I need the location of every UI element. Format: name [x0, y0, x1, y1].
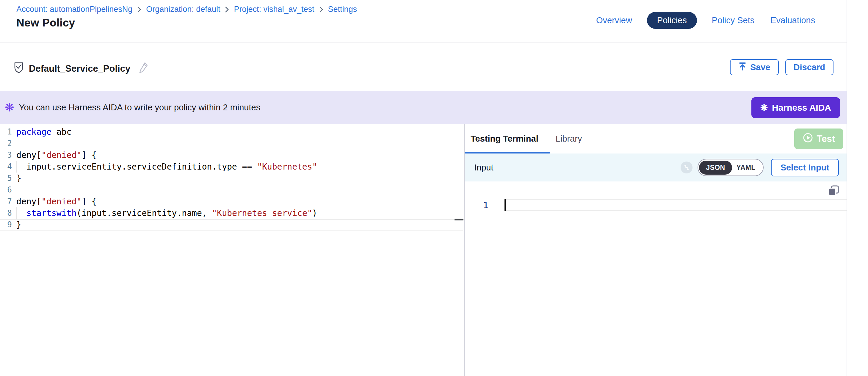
- chevron-right-icon: [319, 6, 323, 13]
- line-number: 9: [0, 220, 12, 230]
- code-line-5[interactable]: 5 }: [0, 173, 464, 184]
- chevron-right-icon: [225, 6, 229, 13]
- line-number: 4: [0, 161, 12, 173]
- policy-shield-icon: [14, 62, 24, 75]
- tab-policy-sets[interactable]: Policy Sets: [711, 12, 755, 28]
- discard-button-label: Discard: [794, 62, 825, 72]
- line-number: 3: [0, 149, 12, 161]
- select-input-button[interactable]: Select Input: [771, 159, 839, 177]
- input-label: Input: [474, 163, 494, 173]
- discard-button[interactable]: Discard: [785, 59, 834, 75]
- page-right-gutter: [846, 0, 868, 376]
- code-text: }: [12, 220, 22, 230]
- active-line-number: 1: [481, 199, 490, 211]
- harness-aida-button[interactable]: ❋ Harness AIDA: [751, 97, 840, 118]
- line-number: 5: [0, 173, 12, 184]
- edit-pencil-icon[interactable]: [138, 61, 149, 75]
- code-line-7[interactable]: 7 deny["denied"] {: [0, 196, 464, 207]
- code-text: deny["denied"] {: [12, 196, 97, 207]
- code-text: [12, 184, 17, 196]
- policy-name: Default_Service_Policy: [29, 63, 130, 74]
- code-line-4[interactable]: 4 input.serviceEntity.serviceDefinition.…: [0, 161, 464, 173]
- code-text: input.serviceEntity.serviceDefinition.ty…: [12, 161, 317, 173]
- input-source-icon: [681, 161, 692, 174]
- line-number: 7: [0, 196, 12, 207]
- play-circle-icon: [803, 132, 813, 146]
- chevron-right-icon: [137, 6, 141, 13]
- upload-icon: [738, 62, 747, 73]
- save-button[interactable]: Save: [730, 59, 779, 75]
- test-button-label: Test: [817, 133, 835, 144]
- testing-panel: Testing Terminal Library Test Input JSON…: [465, 124, 846, 376]
- aida-flower-icon: ❋: [760, 103, 768, 112]
- breadcrumb-settings[interactable]: Settings: [328, 5, 357, 14]
- breadcrumb: Account: automationPipelinesNg Organizat…: [17, 5, 357, 14]
- aida-banner-message: You can use Harness AIDA to write your p…: [19, 103, 260, 113]
- page-header: Account: automationPipelinesNg Organizat…: [0, 0, 846, 43]
- code-text: startswith(input.serviceEntity.name, "Ku…: [12, 207, 317, 219]
- save-button-label: Save: [750, 62, 770, 72]
- line-number: 6: [0, 184, 12, 196]
- policy-title-row: Default_Service_Policy Save Discard: [0, 44, 846, 91]
- toggle-yaml[interactable]: YAML: [732, 161, 762, 175]
- tab-testing-terminal[interactable]: Testing Terminal: [471, 134, 538, 144]
- breadcrumb-project[interactable]: Project: vishal_av_test: [234, 5, 314, 14]
- policy-code-editor[interactable]: 1 package abc 2 3 deny["denied"] { 4 inp…: [0, 124, 464, 376]
- page-title: New Policy: [17, 17, 75, 29]
- breadcrumb-account[interactable]: Account: automationPipelinesNg: [17, 5, 132, 14]
- indent-guide: [17, 207, 17, 219]
- format-toggle: JSON YAML: [698, 159, 764, 176]
- line-number: 1: [0, 126, 12, 138]
- toggle-json[interactable]: JSON: [699, 161, 732, 175]
- aida-flower-icon: ❋: [5, 102, 14, 113]
- policy-module-nav: Overview Policies Policy Sets Evaluation…: [595, 12, 816, 29]
- testing-tabs-row: Testing Terminal Library Test: [465, 124, 846, 154]
- indent-guide: [17, 161, 17, 173]
- code-line-8[interactable]: 8 startswith(input.serviceEntity.name, "…: [0, 207, 464, 219]
- policy-workspace: 1 package abc 2 3 deny["denied"] { 4 inp…: [0, 124, 846, 376]
- line-number: 2: [0, 138, 12, 149]
- code-line-2[interactable]: 2: [0, 138, 464, 149]
- test-button[interactable]: Test: [794, 128, 843, 149]
- code-text: [12, 138, 17, 149]
- breadcrumb-organization[interactable]: Organization: default: [146, 5, 220, 14]
- code-line-3[interactable]: 3 deny["denied"] {: [0, 149, 464, 161]
- input-bar: Input JSON YAML Select Input: [465, 154, 846, 182]
- tab-evaluations[interactable]: Evaluations: [769, 12, 816, 28]
- code-line-9-current[interactable]: 9 }: [0, 219, 463, 230]
- input-editor-line-1[interactable]: 1: [465, 199, 846, 211]
- test-input-editor[interactable]: 1: [465, 182, 846, 376]
- copy-icon[interactable]: [828, 185, 839, 197]
- code-line-1[interactable]: 1 package abc: [0, 126, 464, 138]
- text-cursor: [504, 199, 506, 211]
- line-number: 8: [0, 207, 12, 219]
- tab-library[interactable]: Library: [556, 134, 582, 144]
- code-text: deny["denied"] {: [12, 149, 97, 161]
- aida-banner: ❋ You can use Harness AIDA to write your…: [0, 91, 846, 124]
- code-text: package abc: [12, 126, 71, 138]
- tab-policies[interactable]: Policies: [647, 12, 697, 29]
- tab-overview[interactable]: Overview: [595, 12, 633, 28]
- code-text: }: [12, 173, 22, 184]
- overview-ruler-cursor-marker: [455, 219, 463, 220]
- current-line-highlight: [506, 199, 846, 211]
- policy-actions: Save Discard: [730, 59, 834, 75]
- harness-aida-button-label: Harness AIDA: [772, 103, 831, 113]
- code-line-6[interactable]: 6: [0, 184, 464, 196]
- new-policy-page: Account: automationPipelinesNg Organizat…: [0, 0, 868, 376]
